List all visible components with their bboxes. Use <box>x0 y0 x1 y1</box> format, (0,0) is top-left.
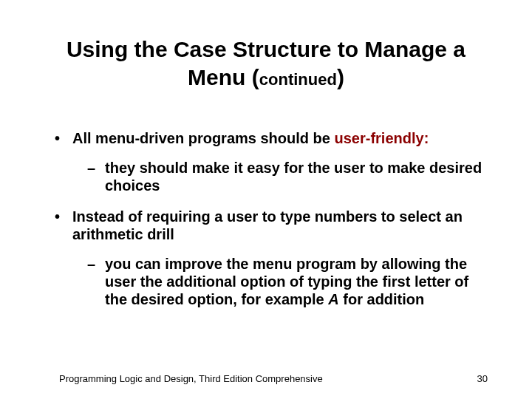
footer-text: Programming Logic and Design, Third Edit… <box>59 373 323 384</box>
title-line2-post: ) <box>337 65 344 89</box>
slide-body: All menu-driven programs should be user-… <box>52 129 488 321</box>
highlight-term: user-friendly: <box>335 130 429 146</box>
bullet-item: All menu-driven programs should be user-… <box>52 129 488 194</box>
slide: Using the Case Structure to Manage a Men… <box>0 0 532 399</box>
title-line2-pre: Menu ( <box>188 65 259 89</box>
bullet-text: All menu-driven programs should be <box>72 130 335 146</box>
title-line1: Using the Case Structure to Manage a <box>66 37 466 61</box>
bullet-text: Instead of requiring a user to type numb… <box>72 208 463 242</box>
page-number: 30 <box>477 373 488 384</box>
emphasized-letter: A <box>328 291 338 307</box>
sub-bullet-item: you can improve the menu program by allo… <box>72 255 488 308</box>
sub-bullet-item: they should make it easy for the user to… <box>72 159 488 194</box>
title-continued: continued <box>259 70 337 89</box>
sub-bullet-text: they should make it easy for the user to… <box>105 160 482 194</box>
bullet-item: Instead of requiring a user to type numb… <box>52 208 488 308</box>
slide-title: Using the Case Structure to Manage a Men… <box>0 35 532 91</box>
sub-bullet-text-post: for addition <box>339 291 425 307</box>
